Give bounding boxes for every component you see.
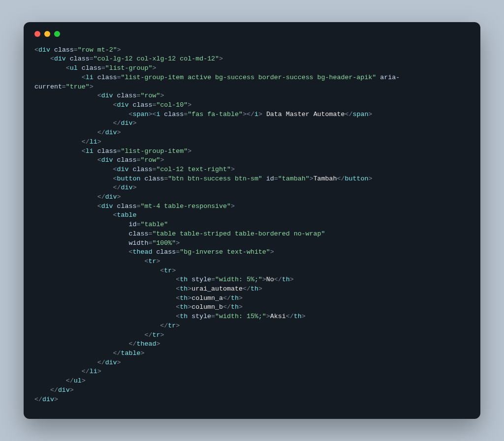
code-line: <div class="row mt-2"> [34,46,470,55]
code-line: <span><i class="fas fa-table"></i> Data … [34,110,470,119]
code-line: <div class="col-12 text-right"> [34,165,470,175]
code-line: <th>column_a</th> [34,294,470,303]
code-line: <li class="list-group-item active bg-suc… [34,73,470,83]
code-line: </div> [34,386,470,395]
code-line: class="table table-striped table-bordere… [34,230,470,239]
code-line: <div class="row"> [34,91,470,101]
code-line: <th>urai_automate</th> [34,285,470,294]
code-line: </li> [34,138,470,147]
code-line: <thead class="bg-inverse text-white"> [34,248,470,257]
code-line: <button class="btn btn-success btn-sm" i… [34,175,470,184]
code-line: <tr> [34,257,470,266]
code-line: </div> [34,193,470,202]
code-line: </div> [34,128,470,138]
code-line: </div> [34,358,470,368]
code-window: <div class="row mt-2"> <div class="col-l… [24,22,480,419]
close-icon[interactable] [34,31,40,37]
code-block[interactable]: <div class="row mt-2"> <div class="col-l… [34,46,470,404]
code-line: id="table" [34,220,470,230]
code-line: </thead> [34,340,470,349]
code-line: <div class="col-10"> [34,101,470,110]
code-line: <th style="width: 5%;">No</th> [34,275,470,285]
code-line: </div> [34,395,470,405]
code-line: <tr> [34,266,470,276]
code-line: <div class="col-lg-12 col-xlg-12 col-md-… [34,55,470,64]
code-line: <table [34,211,470,220]
code-line: </div> [34,183,470,193]
code-line: </ul> [34,377,470,386]
code-line: <div class="mt-4 table-responsive"> [34,202,470,211]
code-line: current="true"> [34,83,470,92]
code-line: </tr> [34,322,470,331]
code-line: width="100%"> [34,239,470,248]
window-titlebar [34,31,470,37]
code-line: </tr> [34,331,470,340]
code-line: <div class="row"> [34,156,470,165]
code-line: <th style="width: 15%;">Aksi</th> [34,312,470,322]
code-line: </table> [34,349,470,358]
code-line: <ul class="list-group"> [34,64,470,73]
code-line: </div> [34,119,470,128]
code-line: </li> [34,367,470,377]
minimize-icon[interactable] [44,31,50,37]
maximize-icon[interactable] [54,31,60,37]
code-line: <li class="list-group-item"> [34,147,470,156]
code-line: <th>column_b</th> [34,303,470,312]
